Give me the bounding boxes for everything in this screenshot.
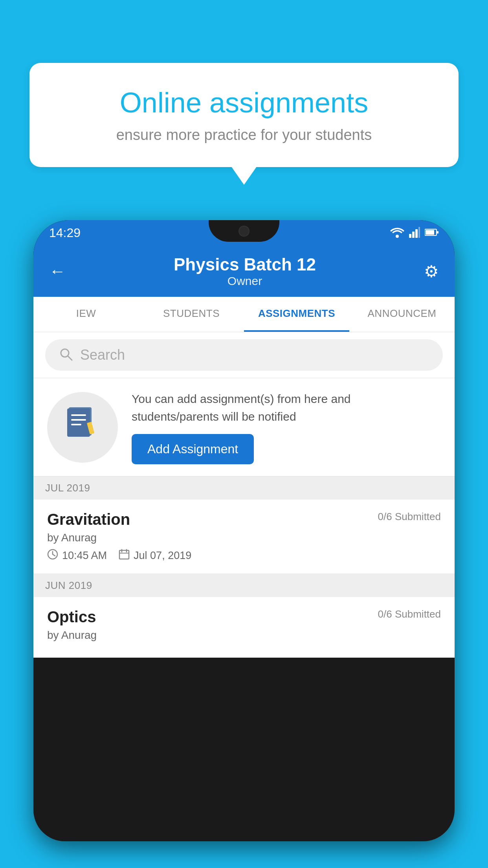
info-card: You can add assignment(s) from here and … [33,378,455,476]
signal-icon [409,227,420,239]
tab-bar: IEW STUDENTS ASSIGNMENTS ANNOUNCEM [33,297,455,332]
wifi-icon [390,227,404,239]
assignment-submitted: 0/6 Submitted [378,511,441,523]
header-subtitle: Owner [174,274,316,288]
assignment-title: Gravitation [47,511,130,528]
front-camera [238,226,250,237]
info-card-content: You can add assignment(s) from here and … [132,390,441,464]
search-icon [59,347,73,363]
tab-students[interactable]: STUDENTS [139,297,244,332]
speech-bubble-title: Online assignments [57,86,431,119]
svg-rect-4 [418,227,420,238]
battery-icon [425,228,439,238]
search-input[interactable]: Search [80,347,125,363]
svg-rect-1 [409,234,411,238]
assignment-icon-circle [47,392,118,463]
speech-bubble: Online assignments ensure more practice … [29,63,459,167]
phone-content: Search [33,332,455,658]
status-time: 14:29 [49,226,81,240]
assignment-header: Gravitation 0/6 Submitted [47,511,441,528]
table-row[interactable]: Optics 0/6 Submitted by Anurag [33,597,455,658]
assignment-icon [65,405,100,449]
phone-container: 14:29 [33,220,455,868]
back-button[interactable]: ← [49,262,66,281]
svg-rect-19 [119,550,129,559]
section-jul-2019: JUL 2019 [33,476,455,500]
search-container: Search [33,332,455,378]
svg-point-0 [396,235,399,238]
phone-notch [209,220,279,242]
svg-rect-6 [426,230,434,235]
assignment-author-optics: by Anurag [47,629,441,642]
clock-icon [47,549,58,563]
tab-announcements[interactable]: ANNOUNCEM [349,297,455,332]
svg-rect-11 [67,408,90,437]
tab-iew[interactable]: IEW [33,297,139,332]
speech-bubble-subtitle: ensure more practice for your students [57,127,431,143]
header-title-container: Physics Batch 12 Owner [174,255,316,288]
add-assignment-button[interactable]: Add Assignment [132,434,254,464]
svg-line-9 [68,356,72,360]
svg-line-18 [53,554,55,556]
calendar-icon [119,549,130,563]
svg-rect-3 [415,229,418,238]
assignment-date: Jul 07, 2019 [134,550,191,562]
assignment-time: 10:45 AM [62,550,107,562]
assignment-submitted-optics: 0/6 Submitted [378,608,441,620]
section-jun-2019: JUN 2019 [33,574,455,597]
header-title: Physics Batch 12 [174,255,316,274]
status-icons [390,227,439,239]
table-row[interactable]: Gravitation 0/6 Submitted by Anurag [33,500,455,574]
svg-rect-7 [437,231,438,234]
info-card-description: You can add assignment(s) from here and … [132,390,441,425]
time-meta: 10:45 AM [47,549,107,563]
speech-bubble-section: Online assignments ensure more practice … [29,63,459,167]
svg-rect-2 [412,232,415,238]
app-header: ← Physics Batch 12 Owner ⚙ [33,246,455,297]
tab-assignments[interactable]: ASSIGNMENTS [244,297,349,332]
search-bar[interactable]: Search [45,339,443,371]
settings-button[interactable]: ⚙ [424,262,439,281]
phone-frame: 14:29 [33,220,455,841]
assignment-title-optics: Optics [47,608,96,626]
date-meta: Jul 07, 2019 [119,549,191,563]
assignment-author: by Anurag [47,531,441,544]
assignment-header-optics: Optics 0/6 Submitted [47,608,441,626]
assignment-meta: 10:45 AM Jul 07, 2019 [47,549,441,563]
